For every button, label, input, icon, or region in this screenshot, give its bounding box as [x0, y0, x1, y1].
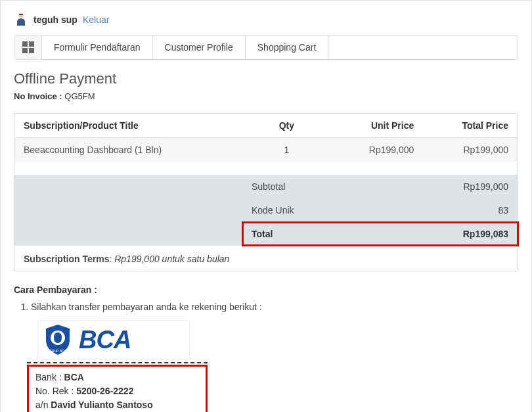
- item-qty: 1: [242, 138, 331, 162]
- bank-details-box: Bank : BCA No. Rek : 5200-26-2222 a/n Da…: [27, 365, 208, 412]
- payment-heading: Cara Pembayaran :: [14, 285, 518, 295]
- invoice-label: No Invoice :: [14, 91, 62, 101]
- subtotal-row: Subtotal Rp199,000: [14, 175, 518, 198]
- kode-unik-row: Kode Unik 83: [14, 198, 518, 222]
- item-unit-price: Rp199,000: [331, 138, 424, 162]
- grid-icon: [22, 41, 34, 53]
- col-title: Subscription/Product Title: [14, 114, 242, 138]
- tabbar: Formulir Pendaftaran Customer Profile Sh…: [14, 35, 518, 60]
- bank-logo: GRUP BCA BCA: [37, 320, 190, 359]
- terms-label: Subscription Terms: [24, 254, 109, 264]
- page-title: Offline Payment: [14, 70, 518, 87]
- bank-label: Bank :: [35, 372, 62, 382]
- user-name: teguh sup: [33, 14, 78, 25]
- tab-customer-profile[interactable]: Customer Profile: [153, 35, 246, 59]
- tab-shopping-cart[interactable]: Shopping Cart: [246, 35, 329, 59]
- col-total: Total Price: [423, 114, 518, 138]
- kode-unik-label: Kode Unik: [242, 198, 331, 222]
- invoice-number: QG5FM: [64, 91, 95, 101]
- subtotal-label: Subtotal: [242, 175, 331, 198]
- payment-step-1: Silahkan transfer pembayaran anda ke rek…: [31, 302, 518, 312]
- rek-value: 5200-26-2222: [76, 386, 133, 396]
- svg-text:GRUP BCA: GRUP BCA: [49, 349, 67, 353]
- terms-value: Rp199,000 untuk satu bulan: [114, 254, 229, 264]
- payment-steps: Silahkan transfer pembayaran anda ke rek…: [14, 302, 518, 312]
- table-row: Beeaccounting Dashboard (1 Bln) 1 Rp199,…: [14, 138, 518, 162]
- logout-link[interactable]: Keluar: [83, 14, 109, 25]
- svg-rect-1: [19, 14, 23, 15]
- divider: [27, 362, 208, 363]
- an-value: David Yulianto Santoso: [51, 400, 152, 410]
- col-unit: Unit Price: [331, 114, 424, 138]
- dashboard-tab-icon[interactable]: [14, 35, 42, 59]
- total-row: Total Rp199,083: [14, 222, 518, 246]
- tab-formulir-pendaftaran[interactable]: Formulir Pendaftaran: [42, 35, 153, 59]
- item-total-price: Rp199,000: [423, 138, 518, 162]
- bank-value: BCA: [64, 372, 84, 382]
- avatar: [14, 12, 28, 27]
- order-table: Subscription/Product Title Qty Unit Pric…: [14, 113, 518, 271]
- bank-logo-text: BCA: [79, 326, 131, 354]
- user-info-row: teguh sup Keluar: [14, 12, 518, 27]
- col-qty: Qty: [242, 114, 331, 138]
- rek-label: No. Rek :: [35, 386, 74, 396]
- bca-shield-icon: GRUP BCA: [43, 323, 72, 356]
- invoice-line: No Invoice : QG5FM: [14, 91, 518, 101]
- total-label: Total: [242, 222, 348, 246]
- an-label: a/n: [35, 400, 48, 410]
- subtotal-value: Rp199,000: [423, 175, 518, 198]
- kode-unik-value: 83: [423, 198, 518, 222]
- total-value: Rp199,083: [347, 222, 518, 246]
- item-title: Beeaccounting Dashboard (1 Bln): [14, 138, 242, 162]
- terms-row: Subscription Terms: Rp199,000 untuk satu…: [14, 246, 518, 271]
